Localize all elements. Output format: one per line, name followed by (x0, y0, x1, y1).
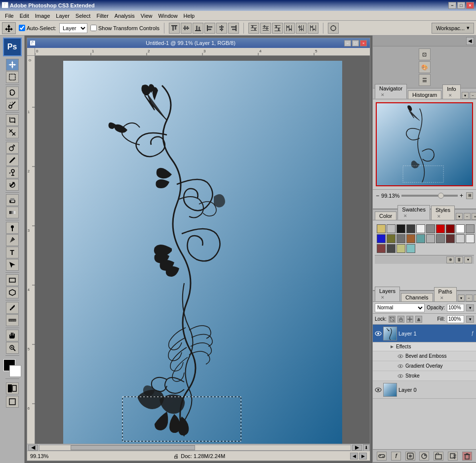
screen-mode-btn[interactable] (6, 396, 19, 408)
brush-tool[interactable] (6, 154, 19, 166)
stroke-effect-visibility[interactable] (397, 373, 403, 379)
scroll-left-btn[interactable]: ◀ (28, 445, 38, 451)
blend-mode-select[interactable]: Normal Multiply Screen Overlay (375, 303, 425, 312)
tab-channels[interactable]: Channels (401, 293, 433, 301)
info-tab-close[interactable]: ✕ (448, 93, 452, 98)
new-fill-layer-btn[interactable] (419, 452, 429, 461)
lock-transparent-btn[interactable] (389, 316, 396, 323)
dist-bottom-btn[interactable] (272, 23, 283, 34)
bevel-effect-visibility[interactable] (397, 353, 403, 359)
gradient-tool[interactable] (6, 207, 19, 218)
background-color[interactable] (9, 365, 21, 377)
extras-btn[interactable] (328, 23, 339, 34)
dist-top-btn[interactable] (248, 23, 259, 34)
dist-left-btn[interactable] (284, 23, 295, 34)
doc-minimize-btn[interactable]: − (344, 40, 351, 46)
layers-list[interactable]: Layer 1 ƒ Effects Bevel and Emboss (373, 325, 476, 449)
navigator-options-btn[interactable]: − (470, 92, 476, 99)
canvas-viewport[interactable] (35, 56, 370, 444)
dodge-tool[interactable] (6, 222, 19, 234)
swatch-19[interactable] (466, 234, 475, 243)
magic-wand-tool[interactable] (6, 99, 19, 111)
tab-paths[interactable]: Paths ✕ (434, 287, 457, 301)
tab-swatches[interactable]: Swatches ✕ (397, 205, 430, 220)
scrollbar-track[interactable] (39, 445, 351, 451)
fill-arrow-btn[interactable]: ▾ (466, 316, 474, 323)
effects-expand-icon[interactable] (390, 344, 395, 349)
align-right-btn[interactable] (228, 23, 239, 34)
layers-tab-close[interactable]: ✕ (381, 295, 385, 300)
layers-icon[interactable]: ☰ (419, 74, 431, 86)
path-select-tool[interactable] (6, 259, 19, 271)
shape-tool[interactable] (6, 274, 19, 286)
stamp-tool[interactable] (6, 167, 19, 178)
swatch-10[interactable] (377, 234, 386, 243)
color-icon[interactable]: 🎨 (419, 61, 431, 73)
slice-tool[interactable] (6, 126, 19, 138)
tab-info[interactable]: Info ✕ (442, 84, 460, 99)
tab-histogram[interactable]: Histogram (408, 90, 441, 99)
dist-hcenter-btn[interactable] (296, 23, 307, 34)
swatch-2[interactable] (397, 224, 405, 233)
next-page-btn[interactable]: ▶ (359, 453, 367, 460)
dist-right-btn[interactable] (308, 23, 318, 34)
menu-image[interactable]: Image (32, 12, 53, 20)
swatch-3[interactable] (406, 224, 415, 233)
tab-color[interactable]: Color (375, 211, 397, 220)
navigator-tab-close[interactable]: ✕ (381, 92, 385, 97)
align-hcenter-btn[interactable] (216, 23, 227, 34)
minimize-button[interactable]: − (448, 2, 456, 9)
lasso-tool[interactable] (6, 86, 19, 98)
delete-layer-btn[interactable] (462, 452, 472, 461)
layer1-visibility-toggle[interactable] (375, 330, 382, 337)
pen-tool[interactable] (6, 234, 19, 246)
link-layers-btn[interactable] (377, 452, 387, 461)
layers-close-btn[interactable]: × (474, 295, 476, 301)
crop-tool[interactable] (6, 114, 19, 126)
add-mask-btn[interactable] (405, 452, 415, 461)
menu-file[interactable]: File (2, 12, 17, 20)
history-brush-tool[interactable] (6, 179, 19, 191)
navigator-icon[interactable]: ⊡ (419, 48, 431, 60)
move-tool-icon[interactable] (2, 22, 16, 34)
lock-position-btn[interactable] (406, 316, 413, 323)
swatch-21[interactable] (387, 244, 396, 253)
swatch-22[interactable] (397, 244, 405, 253)
menu-help[interactable]: Help (181, 12, 198, 20)
swatch-13[interactable] (406, 234, 415, 243)
new-layer-btn[interactable] (448, 452, 458, 461)
menu-analysis[interactable]: Analysis (112, 12, 138, 20)
text-tool[interactable]: T (6, 247, 19, 258)
align-bottom-btn[interactable] (193, 23, 203, 34)
healing-tool[interactable] (6, 142, 19, 154)
swatch-8[interactable] (456, 224, 465, 233)
zoom-plus-icon[interactable]: + (460, 192, 463, 199)
color-options-btn[interactable]: − (464, 213, 471, 220)
doc-window-controls[interactable]: − □ × (344, 40, 367, 46)
doc-maximize-btn[interactable]: □ (352, 40, 359, 46)
zoom-slider[interactable] (401, 195, 458, 197)
swatch-20[interactable] (377, 244, 386, 253)
scroll-right-btn[interactable]: ▶ (352, 445, 362, 451)
effect-row-bevel[interactable]: Bevel and Emboss (373, 351, 476, 361)
effect-row-gradient[interactable]: Gradient Overlay (373, 361, 476, 371)
marquee-tool[interactable] (6, 71, 19, 83)
doc-close-btn[interactable]: × (360, 40, 367, 46)
swatch-9[interactable] (466, 224, 475, 233)
maximize-button[interactable]: □ (457, 2, 465, 9)
scrollbar-thumb[interactable] (71, 445, 195, 450)
swatch-6[interactable] (436, 224, 445, 233)
navigator-resize-btn[interactable]: ⊞ (466, 192, 473, 199)
swatch-23[interactable] (406, 244, 415, 253)
quick-mask-btn[interactable] (6, 382, 19, 394)
effect-row-stroke[interactable]: Stroke (373, 371, 476, 381)
align-top-btn[interactable] (169, 23, 180, 34)
layers-options-btn[interactable]: − (466, 295, 473, 301)
new-group-btn[interactable] (434, 452, 443, 461)
swatch-15[interactable] (426, 234, 435, 243)
menu-filter[interactable]: Filter (93, 12, 111, 20)
auto-select-checkbox[interactable] (19, 25, 25, 31)
layer-row-layer0[interactable]: Layer 0 (373, 381, 476, 399)
hand-tool[interactable] (6, 330, 19, 341)
close-button[interactable]: × (466, 2, 474, 9)
